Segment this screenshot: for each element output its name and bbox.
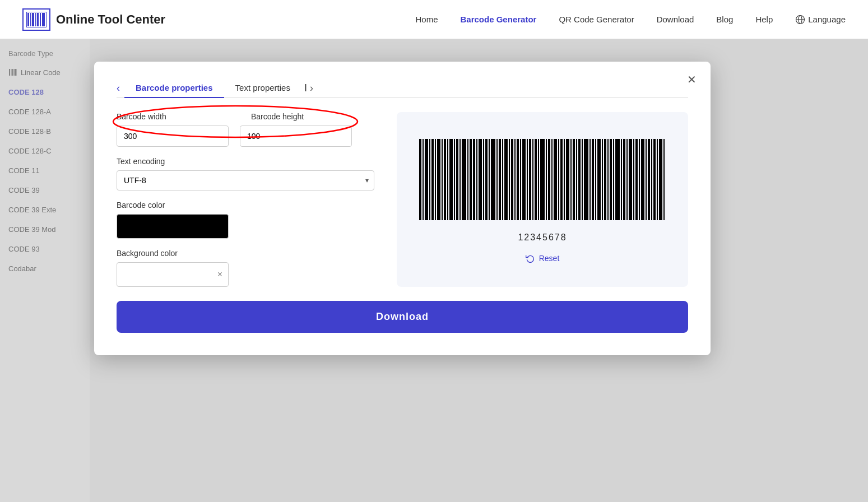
svg-rect-18 (423, 139, 424, 220)
dimension-labels: Barcode width Barcode height (117, 112, 374, 121)
svg-rect-31 (462, 139, 466, 220)
svg-rect-72 (592, 139, 594, 220)
barcode-image (414, 136, 671, 226)
language-label: Language (808, 15, 846, 24)
dimension-section: Barcode width Barcode height ▲ ▼ (117, 112, 374, 147)
header: Online Tool Center Home Barcode Generato… (0, 0, 868, 39)
nav-links: Home Barcode Generator QR Code Generator… (416, 15, 846, 25)
svg-rect-17 (419, 139, 421, 220)
svg-rect-80 (615, 139, 620, 220)
properties-modal: ✕ ‹ Barcode properties Text properties I… (94, 62, 711, 355)
svg-rect-38 (485, 139, 488, 220)
text-encoding-select[interactable]: UTF-8 ASCII ISO-8859-1 (117, 170, 374, 190)
svg-rect-83 (626, 139, 628, 220)
svg-rect-29 (456, 139, 458, 220)
svg-rect-90 (648, 139, 650, 220)
background-color-picker[interactable] (117, 262, 229, 287)
svg-rect-65 (570, 139, 572, 220)
tab-barcode-properties[interactable]: Barcode properties (124, 78, 224, 98)
nav-download[interactable]: Download (657, 15, 694, 24)
tab-chevron-right-icon[interactable]: › (310, 82, 313, 94)
dimension-inputs: ▲ ▼ ▲ ▼ (117, 125, 374, 147)
modal-body: Barcode width Barcode height ▲ ▼ (117, 112, 688, 287)
svg-rect-60 (554, 139, 557, 220)
svg-rect-19 (425, 139, 428, 220)
tab-cursor-icon: I (304, 82, 307, 94)
svg-rect-66 (573, 139, 575, 220)
svg-rect-22 (435, 139, 436, 220)
svg-rect-45 (509, 139, 510, 220)
barcode-width-label: Barcode width (117, 112, 240, 121)
svg-rect-51 (527, 139, 528, 220)
svg-rect-92 (653, 139, 656, 220)
modal-tabs: ‹ Barcode properties Text properties I › (117, 78, 688, 98)
svg-rect-43 (502, 139, 503, 220)
svg-rect-44 (504, 139, 508, 220)
svg-rect-70 (584, 139, 588, 220)
svg-rect-2 (32, 13, 34, 26)
svg-rect-68 (578, 139, 581, 220)
barcode-color-picker[interactable] (117, 214, 229, 239)
barcode-number: 12345678 (518, 233, 567, 243)
reset-button[interactable]: Reset (526, 254, 560, 263)
svg-rect-1 (30, 13, 31, 26)
barcode-height-field[interactable] (240, 127, 352, 145)
svg-rect-49 (520, 139, 521, 220)
svg-rect-33 (470, 139, 472, 220)
nav-qr-code[interactable]: QR Code Generator (559, 15, 634, 24)
barcode-width-input[interactable]: ▲ ▼ (117, 125, 229, 147)
svg-rect-71 (590, 139, 591, 220)
svg-rect-3 (35, 13, 36, 26)
svg-rect-78 (610, 139, 612, 220)
barcode-height-input[interactable]: ▲ ▼ (240, 125, 352, 147)
svg-rect-41 (496, 139, 498, 220)
svg-rect-34 (473, 139, 475, 220)
svg-rect-30 (459, 139, 461, 220)
nav-language[interactable]: Language (795, 15, 846, 25)
barcode-preview: 12345678 (414, 136, 671, 243)
svg-rect-63 (564, 139, 565, 220)
svg-rect-55 (538, 139, 539, 220)
nav-barcode-generator[interactable]: Barcode Generator (461, 15, 537, 24)
svg-rect-4 (37, 13, 39, 26)
svg-rect-79 (613, 139, 614, 220)
barcode-color-label: Barcode color (117, 201, 374, 210)
reset-icon (526, 254, 535, 263)
svg-rect-64 (566, 139, 569, 220)
svg-rect-89 (646, 139, 647, 220)
svg-rect-88 (641, 139, 644, 220)
nav-blog[interactable]: Blog (716, 15, 733, 24)
svg-rect-32 (467, 139, 468, 220)
svg-rect-5 (40, 13, 41, 26)
download-button[interactable]: Download (117, 301, 688, 333)
svg-rect-62 (560, 139, 563, 220)
svg-rect-74 (597, 139, 601, 220)
tab-chevron-left-icon[interactable]: ‹ (117, 82, 120, 94)
svg-rect-26 (447, 139, 448, 220)
barcode-width-field[interactable] (117, 127, 229, 145)
svg-rect-20 (429, 139, 430, 220)
svg-rect-37 (483, 139, 484, 220)
svg-rect-61 (558, 139, 559, 220)
svg-rect-6 (42, 13, 45, 26)
nav-home[interactable]: Home (416, 15, 438, 24)
modal-right-panel: 12345678 Reset (397, 112, 688, 287)
svg-rect-0 (27, 13, 29, 26)
svg-rect-40 (491, 139, 495, 220)
svg-rect-84 (629, 139, 632, 220)
svg-rect-24 (442, 139, 443, 220)
svg-rect-75 (602, 139, 603, 220)
background-color-label: Background color (117, 249, 374, 258)
svg-rect-58 (548, 139, 550, 220)
svg-rect-87 (639, 139, 640, 220)
svg-rect-47 (514, 139, 516, 220)
modal-close-button[interactable]: ✕ (687, 73, 697, 86)
svg-rect-59 (551, 139, 553, 220)
text-encoding-select-wrapper: UTF-8 ASCII ISO-8859-1 ▾ (117, 170, 374, 190)
svg-rect-50 (522, 139, 526, 220)
tab-text-properties[interactable]: Text properties (224, 78, 301, 98)
nav-help[interactable]: Help (755, 15, 773, 24)
logo-icon (22, 8, 50, 31)
svg-rect-67 (576, 139, 577, 220)
svg-rect-57 (546, 139, 547, 220)
